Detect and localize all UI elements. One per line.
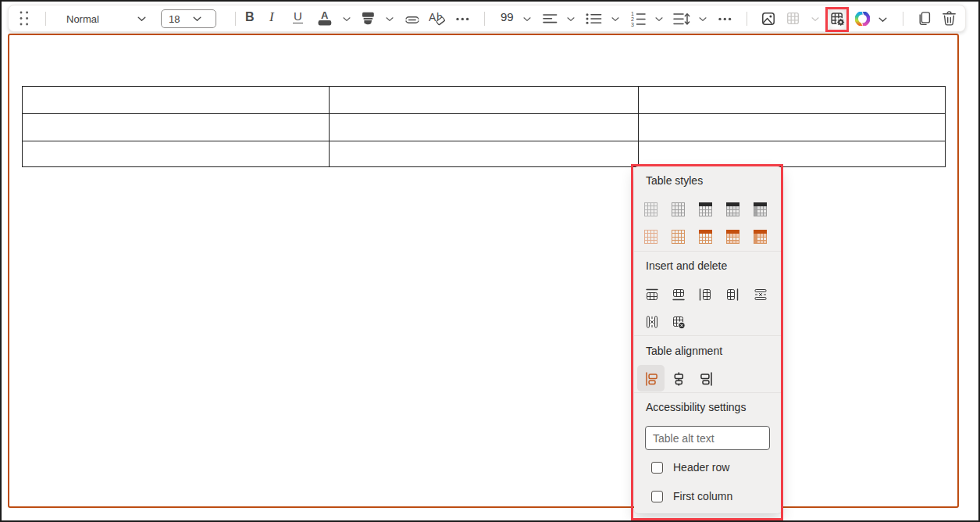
svg-text:3: 3 — [631, 21, 634, 26]
svg-text:A: A — [321, 10, 329, 21]
svg-text:A: A — [429, 11, 437, 23]
